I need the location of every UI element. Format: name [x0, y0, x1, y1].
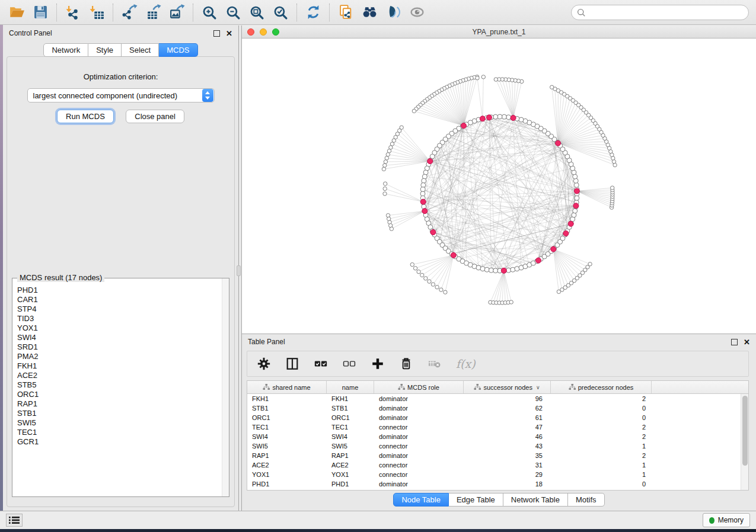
refresh-button[interactable] — [301, 2, 325, 23]
export-network-button[interactable] — [117, 2, 141, 23]
search-box[interactable] — [571, 5, 749, 20]
table-cell[interactable]: RAP1 — [327, 451, 374, 460]
show-columns-icon[interactable] — [285, 357, 299, 371]
table-cell[interactable]: 2 — [551, 451, 652, 460]
table-row[interactable]: ACE2ACE2connector311 — [247, 460, 748, 470]
network-from-selection-button[interactable] — [334, 2, 358, 23]
maximize-window-icon[interactable] — [272, 28, 279, 36]
table-cell[interactable]: 1 — [551, 441, 652, 451]
add-icon[interactable] — [371, 357, 385, 371]
table-row[interactable]: RAP1RAP1dominator352 — [247, 451, 748, 460]
table-cell[interactable]: SWI4 — [327, 432, 374, 441]
zoom-in-button[interactable] — [197, 2, 221, 23]
gear-icon[interactable] — [257, 357, 271, 371]
zoom-selected-button[interactable] — [269, 2, 292, 23]
mcds-result-item[interactable]: TEC1 — [17, 428, 222, 437]
table-cell[interactable]: 47 — [464, 422, 551, 432]
table-cell[interactable]: RAP1 — [247, 451, 327, 460]
table-cell[interactable]: ACE2 — [247, 460, 327, 470]
save-session-button[interactable] — [28, 2, 52, 23]
mcds-result-item[interactable]: SWI4 — [17, 333, 222, 342]
table-cell[interactable]: FKH1 — [327, 394, 374, 403]
run-mcds-button[interactable]: Run MCDS — [57, 110, 114, 123]
mcds-result-item[interactable]: TID3 — [17, 314, 222, 323]
export-table-icon[interactable] — [145, 4, 161, 20]
network-from-selection-icon[interactable] — [338, 4, 354, 20]
search-input[interactable] — [586, 7, 748, 18]
table-row[interactable]: STB1STB1dominator620 — [247, 403, 748, 413]
open-file-button[interactable] — [5, 2, 28, 23]
table-cell[interactable]: 2 — [551, 422, 652, 432]
table-cell[interactable]: 35 — [464, 451, 551, 460]
table-cell[interactable]: 29 — [464, 470, 551, 479]
import-table-icon[interactable] — [89, 4, 105, 20]
table-cell[interactable]: 31 — [464, 460, 551, 470]
table-cell[interactable]: 18 — [464, 479, 551, 489]
delete-button[interactable] — [399, 357, 413, 371]
table-cell[interactable]: dominator — [374, 432, 464, 441]
criterion-dropdown[interactable]: largest connected component (undirected) — [27, 88, 215, 102]
zoom-out-icon[interactable] — [225, 4, 241, 20]
mcds-result-item[interactable]: YOX1 — [17, 323, 222, 333]
zoom-out-button[interactable] — [221, 2, 245, 23]
zoom-in-icon[interactable] — [202, 4, 218, 20]
select-all-button[interactable] — [314, 357, 328, 371]
table-cell[interactable]: dominator — [374, 394, 464, 403]
network-window-titlebar[interactable]: YPA_prune.txt_1 — [242, 25, 756, 39]
column-header-MCDS-role[interactable]: MCDS role — [374, 381, 464, 393]
mcds-result-item[interactable]: RAP1 — [17, 399, 222, 409]
table-cell[interactable]: 46 — [464, 432, 551, 441]
column-header-shared-name[interactable]: shared name — [247, 381, 327, 393]
add-button[interactable] — [371, 357, 385, 371]
table-cell[interactable]: 0 — [551, 403, 652, 413]
gear-button[interactable] — [257, 357, 271, 371]
mcds-result-item[interactable]: ACE2 — [17, 371, 222, 380]
float-panel-icon[interactable] — [213, 30, 220, 37]
table-row[interactable]: SWI5SWI5connector431 — [247, 441, 748, 451]
table-cell[interactable]: ACE2 — [327, 460, 374, 470]
tab-network-table[interactable]: Network Table — [503, 493, 568, 507]
table-cell[interactable]: TEC1 — [327, 422, 374, 432]
table-scrollbar[interactable] — [741, 394, 748, 490]
table-cell[interactable]: 1 — [551, 460, 652, 470]
first-neighbors-icon[interactable] — [385, 4, 401, 20]
tab-select[interactable]: Select — [122, 43, 159, 57]
table-row[interactable]: PHD1PHD1dominator180 — [247, 479, 748, 489]
mcds-result-item[interactable]: CAR1 — [17, 295, 222, 305]
import-network-icon[interactable] — [65, 4, 81, 20]
column-header-name[interactable]: name — [327, 381, 374, 393]
table-cell[interactable]: YOX1 — [327, 470, 374, 479]
export-image-icon[interactable] — [169, 4, 185, 20]
table-cell[interactable]: connector — [374, 470, 464, 479]
table-cell[interactable]: dominator — [374, 479, 464, 489]
open-file-icon[interactable] — [9, 4, 25, 20]
table-cell[interactable]: 1 — [551, 470, 652, 479]
deselect-all-button[interactable] — [342, 357, 356, 371]
mcds-result-item[interactable]: PMA2 — [17, 352, 222, 361]
table-cell[interactable]: PHD1 — [327, 479, 374, 489]
delete-icon[interactable] — [399, 357, 413, 371]
close-window-icon[interactable] — [247, 28, 254, 36]
network-canvas[interactable] — [242, 39, 756, 334]
mcds-result-item[interactable]: SWI5 — [17, 418, 222, 428]
function-builder-button[interactable]: f(x) — [456, 357, 476, 370]
mcds-result-item[interactable]: FKH1 — [17, 361, 222, 371]
table-cell[interactable]: 0 — [551, 413, 652, 422]
network-graph[interactable] — [242, 39, 756, 334]
table-row[interactable]: YOX1YOX1connector291 — [247, 470, 748, 479]
table-cell[interactable]: SWI4 — [247, 432, 327, 441]
mcds-result-item[interactable]: STB1 — [17, 409, 222, 418]
table-cell[interactable]: ORC1 — [247, 413, 327, 422]
tab-edge-table[interactable]: Edge Table — [449, 493, 503, 507]
table-scrollbar-thumb[interactable] — [742, 396, 748, 466]
table-row[interactable]: FKH1FKH1dominator962 — [247, 394, 748, 403]
table-cell[interactable]: 62 — [464, 403, 551, 413]
table-cell[interactable]: FKH1 — [247, 394, 327, 403]
table-row[interactable]: ORC1ORC1dominator610 — [247, 413, 748, 422]
tab-mcds[interactable]: MCDS — [159, 43, 197, 57]
table-cell[interactable]: connector — [374, 422, 464, 432]
table-cell[interactable]: TEC1 — [247, 422, 327, 432]
tab-node-table[interactable]: Node Table — [393, 493, 449, 507]
show-columns-button[interactable] — [285, 357, 299, 371]
result-scrollbar[interactable] — [222, 278, 229, 496]
